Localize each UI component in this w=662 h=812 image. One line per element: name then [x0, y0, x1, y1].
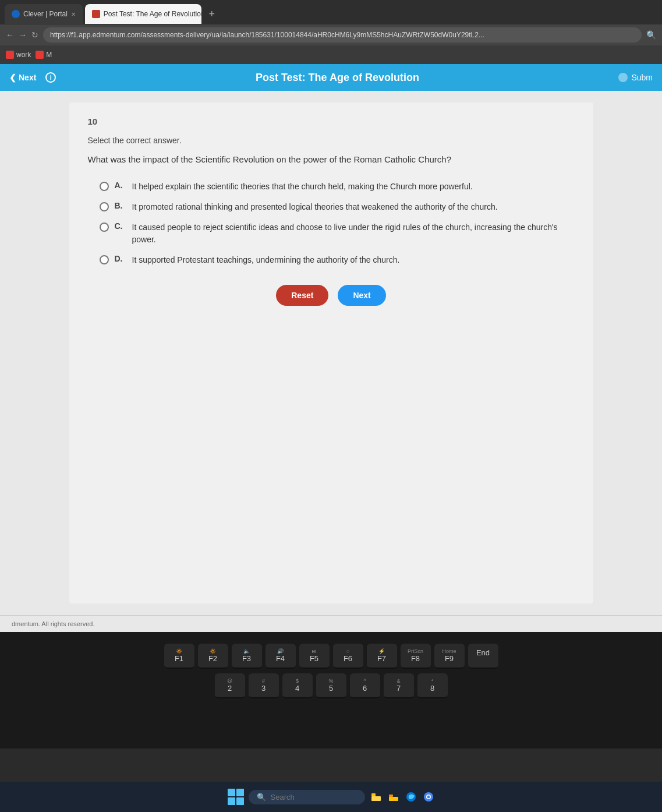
key-f5-top: ⏯: [306, 648, 323, 654]
tab-edmentum-label: Post Test: The Age of Revolution: [104, 10, 201, 18]
new-tab-button[interactable]: +: [204, 6, 220, 22]
search-icon[interactable]: 🔍: [646, 30, 656, 40]
question-number: 10: [88, 116, 575, 126]
option-d[interactable]: D. It supported Protestant teachings, un…: [100, 254, 575, 266]
radio-b[interactable]: [100, 202, 109, 211]
key-f3[interactable]: 🔈 F3: [232, 644, 262, 669]
option-b[interactable]: B. It promoted rational thinking and pre…: [100, 201, 575, 213]
submit-button[interactable]: Subm: [618, 73, 653, 82]
option-c[interactable]: C. It caused people to reject scientific…: [100, 221, 575, 246]
footer-copyright: dmentum. All rights reserved.: [12, 620, 94, 627]
svg-rect-1: [371, 796, 381, 801]
option-d-letter: D.: [115, 254, 126, 263]
bookmark-work-label: work: [16, 51, 31, 59]
question-instruction: Select the correct answer.: [88, 136, 575, 145]
key-f2-top: 🔅: [205, 648, 221, 654]
key-hash[interactable]: # 3: [249, 673, 279, 698]
key-star[interactable]: * 8: [417, 673, 448, 698]
reload-icon[interactable]: ↻: [31, 30, 38, 40]
address-bar: ← → ↻ 🔍: [0, 24, 662, 45]
key-percent[interactable]: % 5: [316, 673, 346, 698]
key-dollar[interactable]: $ 4: [282, 673, 313, 698]
tab-clever[interactable]: Clever | Portal ✕: [5, 4, 83, 24]
tab-clever-close[interactable]: ✕: [71, 11, 76, 17]
keyboard-area: 🔅 F1 🔅 F2 🔈 F3 🔊 F4 ⏯ F5 ○ F6 ⚡ F7 PrtSc…: [0, 632, 662, 749]
key-end[interactable]: End: [468, 644, 498, 669]
win-quad-4: [236, 797, 244, 805]
key-f9[interactable]: Home F9: [434, 644, 465, 669]
option-a-text: It helped explain the scientific theorie…: [132, 181, 473, 193]
next-nav-label: Next: [19, 73, 36, 82]
key-f7[interactable]: ⚡ F7: [367, 644, 397, 669]
key-f6-top: ○: [340, 648, 356, 654]
key-amp-top: &: [391, 678, 407, 684]
taskbar: 🔍: [0, 782, 662, 812]
key-f3-top: 🔈: [239, 648, 255, 654]
reset-button[interactable]: Reset: [276, 285, 328, 306]
svg-rect-3: [389, 797, 398, 801]
browser-chrome: Clever | Portal ✕ Post Test: The Age of …: [0, 0, 662, 64]
taskbar-search[interactable]: 🔍: [249, 790, 365, 804]
option-a-letter: A.: [115, 181, 126, 190]
win-quad-2: [236, 789, 244, 796]
key-f5[interactable]: ⏯ F5: [299, 644, 330, 669]
windows-start-button[interactable]: [228, 789, 244, 805]
key-amp[interactable]: & 7: [384, 673, 414, 698]
taskbar-folder-icon[interactable]: [387, 790, 400, 803]
bookmark-mail[interactable]: M: [36, 51, 52, 59]
question-card: 10 Select the correct answer. What was t…: [69, 103, 593, 603]
next-button[interactable]: Next: [338, 285, 385, 306]
key-f8[interactable]: PrtScn F8: [401, 644, 431, 669]
bookmark-work-icon: [6, 51, 14, 59]
option-c-letter: C.: [115, 221, 126, 231]
address-input[interactable]: [43, 27, 642, 43]
key-caret[interactable]: ^ 6: [350, 673, 380, 698]
key-f1[interactable]: 🔅 F1: [164, 644, 194, 669]
keyboard-row-1: 🔅 F1 🔅 F2 🔈 F3 🔊 F4 ⏯ F5 ○ F6 ⚡ F7 PrtSc…: [12, 644, 650, 669]
next-nav-button[interactable]: ❮ Next: [9, 73, 36, 82]
key-f2[interactable]: 🔅 F2: [198, 644, 228, 669]
key-f9-top: Home: [441, 648, 458, 654]
key-hash-top: #: [256, 678, 272, 684]
taskbar-edge-icon[interactable]: [405, 790, 417, 803]
tab-edmentum[interactable]: Post Test: The Age of Revolution ✕: [85, 4, 201, 24]
option-c-text: It caused people to reject scientific id…: [132, 221, 575, 246]
option-b-letter: B.: [115, 201, 126, 210]
radio-a[interactable]: [100, 182, 109, 191]
key-f6[interactable]: ○ F6: [333, 644, 363, 669]
key-f4[interactable]: 🔊 F4: [265, 644, 296, 669]
bookmarks-bar: work M: [0, 45, 662, 64]
taskbar-search-input[interactable]: [271, 793, 352, 802]
taskbar-chrome-icon[interactable]: [422, 790, 435, 803]
back-icon[interactable]: ←: [6, 30, 14, 40]
radio-d[interactable]: [100, 255, 109, 264]
button-row: Reset Next: [88, 285, 575, 306]
bookmark-mail-label: M: [46, 51, 52, 59]
taskbar-center: 🔍: [228, 789, 435, 805]
forward-icon[interactable]: →: [19, 30, 27, 40]
taskbar-files-icon[interactable]: [370, 790, 383, 803]
clever-favicon: [12, 10, 20, 18]
submit-circle-icon: [618, 73, 628, 82]
option-d-text: It supported Protestant teachings, under…: [132, 254, 400, 266]
svg-rect-0: [371, 793, 376, 796]
win-quad-3: [228, 797, 235, 805]
radio-c[interactable]: [100, 223, 109, 232]
key-caret-top: ^: [357, 678, 373, 684]
key-f8-top: PrtScn: [408, 648, 424, 654]
app-header: ❮ Next i Post Test: The Age of Revolutio…: [0, 64, 662, 91]
keyboard-row-2: @ 2 # 3 $ 4 % 5 ^ 6 & 7 * 8: [12, 673, 650, 698]
key-percent-top: %: [323, 678, 339, 684]
win-quad-1: [228, 789, 235, 796]
bookmark-work[interactable]: work: [6, 51, 31, 59]
key-at-top: @: [222, 678, 238, 684]
option-a[interactable]: A. It helped explain the scientific theo…: [100, 181, 575, 193]
tab-bar: Clever | Portal ✕ Post Test: The Age of …: [0, 0, 662, 24]
tab-clever-label: Clever | Portal: [23, 10, 68, 18]
key-at[interactable]: @ 2: [215, 673, 245, 698]
info-icon[interactable]: i: [45, 72, 56, 83]
key-dollar-top: $: [289, 678, 306, 684]
next-arrow-icon: ❮: [9, 73, 16, 82]
key-star-top: *: [424, 678, 441, 684]
svg-point-7: [427, 796, 430, 799]
